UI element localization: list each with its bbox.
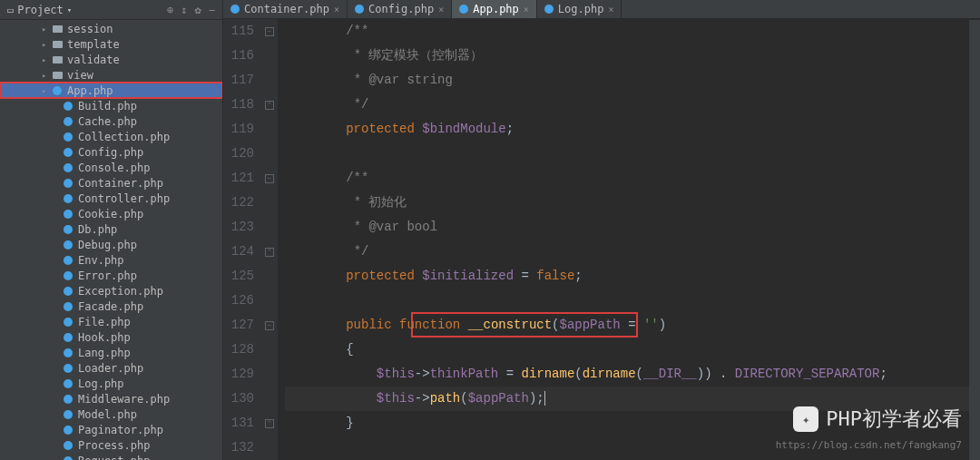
tree-item-model-php[interactable]: Model.php [0,406,222,422]
tab-config-php[interactable]: Config.php× [348,0,452,18]
fold-start-icon[interactable]: − [265,27,274,36]
tree-item-label: Model.php [78,408,137,421]
php-file-icon [62,131,74,143]
tree-item-db-php[interactable]: Db.php [0,221,222,237]
tab-container-php[interactable]: Container.php× [223,0,348,18]
tree-item-hook-php[interactable]: Hook.php [0,329,222,345]
fold-end-icon[interactable]: ⌃ [265,419,274,428]
tree-item-label: view [67,69,93,82]
tree-item-facade-php[interactable]: Facade.php [0,299,222,314]
tree-item-process-php[interactable]: Process.php [0,437,222,453]
php-file-icon [62,393,74,406]
code-line-123[interactable]: * @var bool [285,215,980,240]
tree-item-debug-php[interactable]: Debug.php [0,237,222,252]
close-icon[interactable]: × [524,5,529,15]
tree-item-label: validate [67,54,120,66]
tree-item-log-php[interactable]: Log.php [0,376,222,391]
tree-item-request-php[interactable]: Request.php [0,453,222,460]
tree-item-lang-php[interactable]: Lang.php [0,345,222,360]
code-line-125[interactable]: protected $initialized = false; [285,264,980,289]
hide-icon[interactable]: − [209,4,215,16]
tree-item-console-php[interactable]: Console.php [0,160,222,175]
php-file-icon [459,5,468,14]
vertical-scrollbar[interactable] [969,20,980,460]
tree-item-label: Collection.php [78,131,170,143]
code-line-116[interactable]: * 绑定模块（控制器） [285,44,980,68]
tree-item-validate[interactable]: ▸validate [0,52,222,67]
code-line-132[interactable] [285,436,980,460]
fold-column[interactable]: −⌃−⌃−⌃ [261,19,278,460]
fold-end-icon[interactable]: ⌃ [265,248,274,257]
chevron-right-icon: ▸ [42,71,51,80]
code-line-121[interactable]: /** [285,166,980,191]
tree-item-cache-php[interactable]: Cache.php [0,113,222,129]
code-line-129[interactable]: $this->thinkPath = dirname(dirname(__DIR… [285,362,980,387]
tree-item-label: Facade.php [78,300,143,313]
tree-item-config-php[interactable]: Config.php [0,144,222,160]
tree-item-app-php[interactable]: ▸App.php [0,83,222,98]
tree-item-exception-php[interactable]: Exception.php [0,283,222,299]
tree-item-middleware-php[interactable]: Middleware.php [0,391,222,406]
tree-item-build-php[interactable]: Build.php [0,98,222,113]
code-line-115[interactable]: /** [285,19,980,44]
tree-item-label: Hook.php [78,331,131,344]
tree-item-label: Log.php [78,377,124,390]
code-line-126[interactable] [285,289,980,313]
tree-item-label: Paginator.php [78,424,163,436]
tree-item-label: Error.php [78,269,137,282]
fold-start-icon[interactable]: − [265,174,274,183]
sidebar-header: ▭ Project ▾ ⊕ ↕ ✿ − [0,0,222,20]
code-line-122[interactable]: * 初始化 [285,191,980,215]
tree-item-cookie-php[interactable]: Cookie.php [0,206,222,221]
tab-log-php[interactable]: Log.php× [537,0,622,18]
php-file-icon [62,254,74,267]
code-line-128[interactable]: { [285,338,980,362]
close-icon[interactable]: × [608,5,613,15]
code-content[interactable]: /** * 绑定模块（控制器） * @var string */ protect… [278,19,980,460]
code-line-130[interactable]: $this->path($appPath); [285,387,980,411]
tree-item-error-php[interactable]: Error.php [0,268,222,283]
close-icon[interactable]: × [334,5,339,15]
project-tree[interactable]: ▸session▸template▸validate▸view▸App.phpB… [0,20,222,460]
folder-icon [51,23,64,35]
editor-tabs: Container.php×Config.php×App.php×Log.php… [223,0,980,19]
tree-item-paginator-php[interactable]: Paginator.php [0,422,222,437]
tab-app-php[interactable]: App.php× [452,0,537,18]
tree-item-loader-php[interactable]: Loader.php [0,360,222,376]
code-line-120[interactable] [285,142,980,166]
project-sidebar: ▭ Project ▾ ⊕ ↕ ✿ − ▸session▸template▸va… [0,0,223,460]
code-line-127[interactable]: public function __construct($appPath = '… [285,313,980,338]
tree-item-controller-php[interactable]: Controller.php [0,191,222,206]
target-icon[interactable]: ⊕ [167,4,173,16]
tree-item-label: Controller.php [78,192,170,205]
fold-end-icon[interactable]: ⌃ [265,101,274,110]
tree-item-session[interactable]: ▸session [0,21,222,36]
tree-item-label: Console.php [78,161,150,174]
tree-item-template[interactable]: ▸template [0,36,222,52]
close-icon[interactable]: × [438,5,444,15]
code-editor[interactable]: 1151161171181191201211221231241251261271… [223,19,980,460]
fold-start-icon[interactable]: − [265,321,274,330]
code-line-118[interactable]: */ [285,93,980,117]
tree-item-file-php[interactable]: File.php [0,314,222,329]
gear-icon[interactable]: ✿ [195,4,201,16]
code-line-117[interactable]: * @var string [285,68,980,93]
sidebar-title-label: Project [17,4,64,16]
tree-item-collection-php[interactable]: Collection.php [0,129,222,144]
code-line-131[interactable]: } [285,411,980,436]
tree-item-label: Config.php [78,146,143,159]
editor-area: Container.php×Config.php×App.php×Log.php… [223,0,980,460]
tree-item-env-php[interactable]: Env.php [0,252,222,268]
collapse-icon[interactable]: ↕ [181,4,187,16]
tree-item-label: Process.php [78,439,150,452]
project-icon: ▭ [7,4,14,16]
tree-item-view[interactable]: ▸view [0,67,222,83]
php-file-icon [62,455,74,461]
php-file-icon [62,408,74,421]
code-line-119[interactable]: protected $bindModule; [285,117,980,142]
sidebar-title[interactable]: ▭ Project ▾ [7,4,72,16]
tree-item-container-php[interactable]: Container.php [0,175,222,191]
code-line-124[interactable]: */ [285,240,980,264]
tree-item-label: Lang.php [78,347,131,359]
php-file-icon [62,424,74,436]
